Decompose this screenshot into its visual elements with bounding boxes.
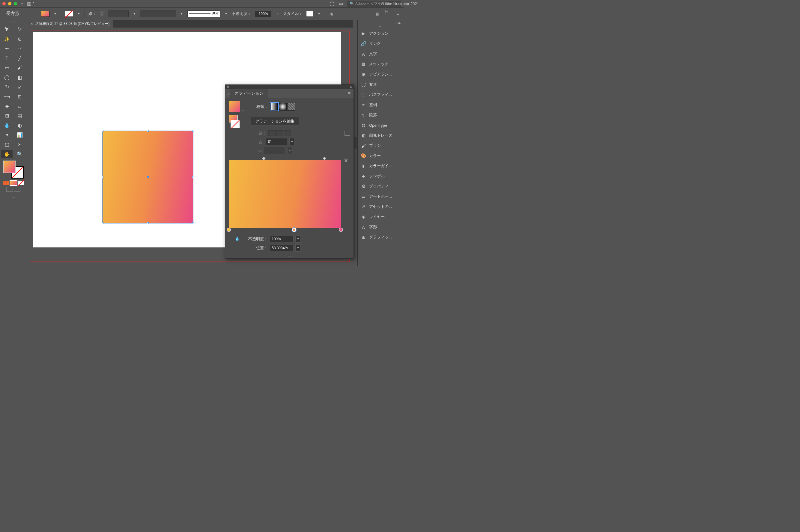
angle-field[interactable]: 0° [266, 138, 287, 145]
stroke-dropdown-icon[interactable]: ▼ [77, 12, 81, 16]
artboard-tool[interactable]: ▢ [1, 140, 13, 149]
panel-item-12[interactable]: 🎨カラー [358, 151, 404, 161]
expand-panels-icon[interactable]: ▸▸ [398, 21, 401, 25]
panel-item-7[interactable]: ≡整列 [358, 100, 404, 110]
close-window-button[interactable] [2, 2, 6, 5]
gradient-stop[interactable] [292, 228, 296, 232]
panel-item-17[interactable]: ↗アセットの... [358, 202, 404, 212]
stop-location-dropdown[interactable]: ▼ [295, 244, 301, 252]
direct-selection-tool[interactable] [14, 25, 25, 34]
pen-tool[interactable]: ✒ [1, 44, 13, 53]
paintbrush-tool[interactable]: 🖌 [14, 63, 25, 72]
opacity-midpoint[interactable] [323, 157, 326, 160]
hand-tool[interactable]: ✋ [1, 150, 13, 158]
resize-handle[interactable] [192, 130, 194, 132]
style-dropdown[interactable]: ▼ [317, 12, 321, 16]
stroke-weight-stepper[interactable]: ▴▾ [100, 11, 104, 16]
mesh-tool[interactable]: ⊞ [1, 111, 13, 120]
gradient-slider[interactable]: 🗑 [229, 157, 350, 228]
gradient-preview[interactable] [229, 101, 240, 112]
panel-collapse-icon[interactable]: « [350, 85, 352, 89]
eyedropper-tool[interactable]: 💧 [1, 121, 13, 129]
align-icon[interactable]: ▦ [374, 11, 380, 17]
panel-item-19[interactable]: A字形 [358, 222, 404, 232]
panel-collapse-strip[interactable] [353, 20, 358, 266]
center-handle[interactable] [147, 176, 149, 178]
opacity-field[interactable]: 100% [255, 11, 272, 17]
panel-close-icon[interactable]: × [227, 85, 229, 89]
panel-item-11[interactable]: 🖌ブラシ [358, 140, 404, 151]
opacity-label[interactable]: 不透明度： [232, 11, 251, 17]
gradient-mode[interactable] [10, 181, 17, 185]
stop-opacity-field[interactable]: 100% [270, 236, 294, 242]
resize-handle[interactable] [147, 130, 149, 132]
minimize-window-button[interactable] [8, 2, 12, 5]
panel-item-13[interactable]: ◗カラーガイ... [358, 161, 404, 171]
width-tool[interactable]: ⟿ [1, 92, 13, 101]
resize-handle[interactable] [192, 222, 194, 224]
panel-stroke-indicator[interactable] [231, 120, 240, 128]
curvature-tool[interactable]: 〰 [14, 44, 25, 53]
radial-gradient-button[interactable] [279, 103, 287, 111]
gradient-stop[interactable] [227, 228, 231, 232]
panel-item-18[interactable]: ◈レイヤー [358, 212, 404, 222]
zoom-tool[interactable]: 🔍 [14, 150, 25, 158]
slice-tool[interactable]: ✂ [14, 140, 25, 149]
style-label[interactable]: スタイル： [283, 11, 303, 17]
panel-item-1[interactable]: 🔗リンク [358, 39, 404, 49]
resize-handle[interactable] [147, 222, 149, 224]
panel-item-20[interactable]: ⊞グラフィッ... [358, 232, 404, 242]
resize-handle[interactable] [102, 222, 104, 224]
panel-item-4[interactable]: ◉アピアラン... [358, 69, 404, 79]
fill-indicator[interactable] [3, 160, 16, 173]
graph-tool[interactable]: 📊 [14, 131, 25, 139]
perspective-tool[interactable]: ▱ [14, 102, 25, 110]
resize-handle[interactable] [102, 176, 104, 178]
opacity-midpoint[interactable] [262, 157, 266, 160]
brush-definition[interactable]: 基本 [187, 11, 220, 17]
edit-gradient-button[interactable]: グラデーションを編集 [251, 117, 299, 126]
symbol-sprayer-tool[interactable]: ✦ [1, 131, 13, 139]
panel-item-9[interactable]: OOpenType [358, 120, 404, 130]
magic-wand-tool[interactable]: ✨ [1, 35, 13, 43]
selection-tool[interactable] [1, 25, 13, 34]
arrange-icon[interactable]: ▥ ˅ [27, 1, 35, 6]
stop-location-field[interactable]: 58.3984% [270, 245, 294, 251]
panel-item-5[interactable]: ⛶変形 [358, 79, 404, 90]
stroke-swatch[interactable] [65, 11, 73, 17]
gradient-tool[interactable]: ▤ [14, 111, 25, 120]
stroke-label[interactable]: 線： [89, 11, 96, 17]
draw-behind[interactable] [14, 187, 20, 192]
blend-tool[interactable]: ◐ [14, 121, 25, 129]
brush-dropdown[interactable]: ▼ [224, 12, 228, 16]
recolor-icon[interactable]: ◉ [329, 11, 334, 17]
scale-tool[interactable]: ⤢ [14, 83, 25, 91]
selected-rectangle[interactable] [103, 131, 193, 223]
free-transform-tool[interactable]: ⊡ [14, 92, 25, 101]
style-swatch[interactable] [306, 11, 313, 17]
panel-item-0[interactable]: ▶アクション [358, 28, 404, 39]
panel-item-6[interactable]: ⬚パスファイ... [358, 90, 404, 100]
panel-item-8[interactable]: ¶段落 [358, 110, 404, 120]
fill-stroke-indicator[interactable] [3, 160, 24, 178]
panel-menu-icon[interactable]: ≡ [345, 91, 353, 96]
stroke-weight-field[interactable] [108, 11, 129, 17]
workspace-icon[interactable]: ▭ [339, 1, 343, 6]
stop-opacity-dropdown[interactable]: ▼ [295, 235, 301, 243]
maximize-window-button[interactable] [14, 2, 17, 5]
panel-item-16[interactable]: ▭アートボー... [358, 191, 404, 202]
home-icon[interactable]: ⌂ [21, 1, 23, 6]
tab-close-icon[interactable]: × [31, 22, 33, 26]
none-mode[interactable] [18, 181, 24, 185]
shape-builder-tool[interactable]: ◈ [1, 102, 13, 110]
solid-mode[interactable] [3, 181, 9, 185]
panel-item-14[interactable]: ♣シンボル [358, 171, 404, 181]
canvas[interactable]: × « ◇ グラデーション ≡ ▾ [27, 27, 353, 266]
type-tool[interactable]: T [1, 54, 13, 62]
resize-handle[interactable] [102, 130, 104, 132]
reverse-gradient-icon[interactable] [345, 131, 350, 136]
screen-mode[interactable]: ▭ [1, 194, 25, 198]
panel-item-10[interactable]: ◐画像トレース [358, 130, 404, 140]
linear-gradient-button[interactable] [271, 103, 278, 111]
freeform-gradient-button[interactable] [287, 103, 295, 111]
